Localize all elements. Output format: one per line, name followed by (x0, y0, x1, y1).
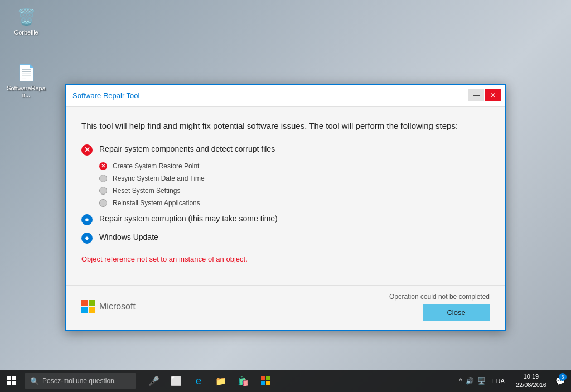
ms-sq-yellow (89, 307, 95, 313)
ms-sq-red (81, 300, 88, 306)
notification-badge: 3 (559, 373, 567, 381)
search-placeholder: Posez-moi une question. (42, 377, 116, 385)
search-bar[interactable]: 🔍 Posez-moi une question. (25, 373, 136, 389)
taskbar-explorer-button[interactable]: 📁 (210, 370, 232, 392)
sub-step-create-restore-text: Create System Restore Point (113, 162, 199, 170)
clock-time: 10:19 (524, 372, 539, 381)
sub-step-reset-settings-text: Reset System Settings (113, 187, 180, 195)
microsoft-text: Microsoft (99, 302, 136, 312)
desktop: 🗑️ Corbeille 📄 SoftwareRepair... Softwar… (0, 0, 571, 392)
taskbar-pinned-icons: 🎤 ⬜ e 📁 🛍️ (143, 370, 277, 392)
svg-rect-3 (12, 381, 16, 385)
step-windows-update-text: Windows Update (99, 232, 158, 241)
svg-rect-0 (7, 376, 11, 380)
tray-icons: ^ 🔊 🖥️ (459, 377, 486, 385)
sub-step-create-restore: ✕ Create System Restore Point (99, 162, 490, 170)
ms-sq-blue (81, 307, 88, 313)
svg-rect-1 (12, 376, 16, 380)
sub-steps-container: ✕ Create System Restore Point Resync Sys… (99, 162, 490, 207)
intro-text: This tool will help find and might fix p… (81, 120, 490, 133)
sub-step-error-icon-1: ✕ (99, 162, 107, 170)
system-tray: ^ 🔊 🖥️ FRA (454, 377, 511, 385)
sub-step-resync-date-text: Resync System Date and Time (113, 175, 205, 182)
close-window-button[interactable]: ✕ (485, 89, 501, 101)
footer-status-text: Operation could not be completed (389, 293, 490, 301)
sub-step-empty-icon-3 (99, 187, 107, 195)
taskbar: 🔍 Posez-moi une question. 🎤 ⬜ e 📁 🛍️ (0, 370, 571, 392)
modal-titlebar: Software Repair Tool — ✕ (66, 85, 505, 107)
step-repair-components: ✕ Repair system components and detect co… (81, 144, 490, 156)
start-button[interactable] (0, 370, 22, 392)
clock-date: 22/08/2016 (516, 381, 546, 389)
tray-network-icon[interactable]: 🖥️ (477, 377, 486, 385)
notification-button[interactable]: 💬 3 (551, 370, 569, 392)
modal-controls: — ✕ (468, 89, 501, 101)
modal-title: Software Repair Tool (72, 91, 139, 100)
error-message: Object reference not set to an instance … (81, 255, 490, 263)
step-blue-icon-1: ● (81, 214, 93, 225)
ms-sq-green (89, 300, 95, 306)
sub-step-empty-icon-2 (99, 175, 107, 182)
sub-step-reinstall-apps: Reinstall System Applications (99, 199, 490, 207)
modal-footer: Microsoft Operation could not be complet… (66, 285, 505, 330)
step-repair-components-text: Repair system components and detect corr… (99, 144, 275, 153)
search-icon: 🔍 (30, 377, 39, 385)
minimize-button[interactable]: — (468, 89, 484, 101)
microsoft-logo: Microsoft (81, 300, 136, 313)
sub-step-reset-settings: Reset System Settings (99, 187, 490, 195)
clock[interactable]: 10:19 22/08/2016 (511, 372, 551, 390)
taskbar-store-button[interactable]: 🛍️ (232, 370, 254, 392)
language-selector[interactable]: FRA (490, 378, 507, 384)
svg-rect-2 (7, 381, 11, 385)
footer-right: Operation could not be completed Close (389, 293, 490, 321)
taskbar-right: ^ 🔊 🖥️ FRA 10:19 22/08/2016 💬 3 (454, 370, 571, 392)
taskbar-microphone-button[interactable]: 🎤 (143, 370, 165, 392)
svg-rect-6 (261, 381, 265, 385)
microsoft-squares-logo (81, 300, 95, 313)
modal-overlay: Software Repair Tool — ✕ This tool will … (0, 0, 571, 370)
step-repair-corruption: ● Repair system corruption (this may tak… (81, 214, 490, 225)
modal-content: This tool will help find and might fix p… (66, 107, 505, 285)
step-error-icon: ✕ (81, 144, 93, 156)
close-button[interactable]: Close (423, 304, 490, 321)
taskbar-edge-button[interactable]: e (187, 370, 210, 392)
sub-step-reinstall-apps-text: Reinstall System Applications (113, 199, 200, 207)
taskbar-left: 🔍 Posez-moi une question. 🎤 ⬜ e 📁 🛍️ (0, 370, 277, 392)
software-repair-dialog: Software Repair Tool — ✕ This tool will … (65, 84, 506, 331)
step-repair-corruption-text: Repair system corruption (this may take … (99, 214, 278, 223)
sub-step-resync-date: Resync System Date and Time (99, 175, 490, 182)
svg-rect-5 (266, 376, 270, 380)
tray-chevron[interactable]: ^ (459, 377, 462, 385)
taskbar-task-view-button[interactable]: ⬜ (165, 370, 187, 392)
sub-step-empty-icon-4 (99, 199, 107, 207)
svg-rect-7 (266, 381, 270, 385)
windows-logo-icon (7, 376, 16, 385)
taskbar-windows-flag-button[interactable] (254, 370, 277, 392)
step-blue-icon-2: ● (81, 233, 93, 244)
step-windows-update: ● Windows Update (81, 232, 490, 244)
tray-volume-icon[interactable]: 🔊 (466, 377, 474, 385)
svg-rect-4 (261, 376, 265, 380)
